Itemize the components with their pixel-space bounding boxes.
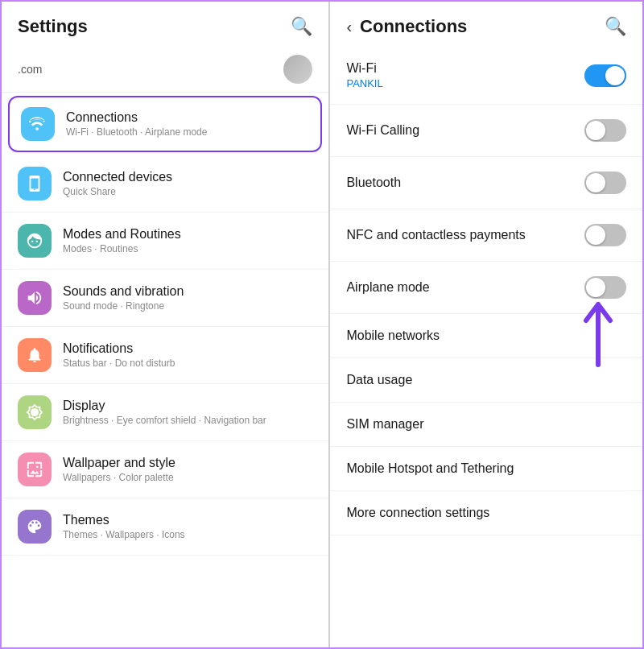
modes-routines-title: Modes and Routines <box>63 227 181 242</box>
connections-subtitle: Wi-Fi · Bluetooth · Airplane mode <box>66 126 207 138</box>
conn-title-wifi-calling: Wi-Fi Calling <box>346 123 419 138</box>
conn-item-data-usage[interactable]: Data usage <box>330 358 642 403</box>
settings-title: Settings <box>18 16 88 37</box>
modes-routines-subtitle: Modes · Routines <box>63 243 181 254</box>
toggle-knob-airplane <box>586 278 605 297</box>
display-subtitle: Brightness · Eye comfort shield · Naviga… <box>63 415 266 426</box>
themes-subtitle: Themes · Wallpapers · Icons <box>63 529 185 540</box>
sounds-title: Sounds and vibration <box>63 284 184 299</box>
conn-item-wifi-calling[interactable]: Wi-Fi Calling <box>330 105 642 157</box>
notifications-icon <box>18 338 52 372</box>
display-icon <box>18 395 52 429</box>
conn-item-wifi[interactable]: Wi-FiPANKIL <box>330 47 642 105</box>
search-icon[interactable]: 🔍 <box>291 16 312 37</box>
wallpaper-icon <box>18 453 52 486</box>
wallpaper-subtitle: Wallpapers · Color palette <box>63 472 175 483</box>
sounds-icon <box>18 281 52 315</box>
toggle-knob-wifi-calling <box>586 121 605 140</box>
notifications-subtitle: Status bar · Do not disturb <box>63 358 175 369</box>
themes-title: Themes <box>63 513 185 527</box>
toggle-wifi[interactable] <box>584 64 626 87</box>
conn-item-airplane[interactable]: Airplane mode <box>330 262 642 314</box>
left-panel: Settings 🔍 .com ConnectionsWi-Fi · Bluet… <box>2 2 329 647</box>
sidebar-item-themes[interactable]: ThemesThemes · Wallpapers · Icons <box>2 498 328 556</box>
conn-title-mobile-networks: Mobile networks <box>346 329 440 343</box>
conn-item-nfc[interactable]: NFC and contactless payments <box>330 209 642 262</box>
sidebar-item-connections[interactable]: ConnectionsWi-Fi · Bluetooth · Airplane … <box>8 96 322 152</box>
toggle-nfc[interactable] <box>584 224 626 246</box>
settings-list: ConnectionsWi-Fi · Bluetooth · Airplane … <box>2 93 328 647</box>
sidebar-item-connected-devices[interactable]: Connected devicesQuick Share <box>2 155 328 213</box>
themes-icon <box>18 510 52 544</box>
connections-icon <box>21 107 55 141</box>
sidebar-item-modes-routines[interactable]: Modes and RoutinesModes · Routines <box>2 213 328 270</box>
connections-list: Wi-FiPANKILWi-Fi CallingBluetoothNFC and… <box>330 47 642 647</box>
conn-title-bluetooth: Bluetooth <box>346 176 401 190</box>
connected-devices-subtitle: Quick Share <box>63 186 172 197</box>
right-panel: ‹ Connections 🔍 Wi-FiPANKILWi-Fi Calling… <box>330 2 642 647</box>
search-icon-right[interactable]: 🔍 <box>605 16 626 37</box>
toggle-wifi-calling[interactable] <box>584 119 626 142</box>
toggle-knob-nfc <box>586 225 605 245</box>
conn-item-bluetooth[interactable]: Bluetooth <box>330 157 642 209</box>
connected-devices-icon <box>18 167 52 200</box>
conn-item-more-connection[interactable]: More connection settings <box>330 491 642 535</box>
dot-com-text: .com <box>18 63 42 76</box>
sidebar-item-wallpaper[interactable]: Wallpaper and styleWallpapers · Color pa… <box>2 441 328 498</box>
sidebar-item-notifications[interactable]: NotificationsStatus bar · Do not disturb <box>2 327 328 384</box>
right-header-left: ‹ Connections <box>346 16 467 37</box>
conn-title-sim-manager: SIM manager <box>346 417 423 432</box>
conn-title-nfc: NFC and contactless payments <box>346 228 525 242</box>
sounds-subtitle: Sound mode · Ringtone <box>63 300 184 312</box>
connections-title: Connections <box>66 110 207 125</box>
right-header: ‹ Connections 🔍 <box>330 2 642 47</box>
sidebar-item-display[interactable]: DisplayBrightness · Eye comfort shield ·… <box>2 384 328 441</box>
conn-title-airplane: Airplane mode <box>346 280 429 295</box>
back-button[interactable]: ‹ <box>346 18 352 36</box>
notifications-title: Notifications <box>63 341 175 356</box>
conn-title-wifi: Wi-Fi <box>346 61 382 76</box>
conn-title-hotspot: Mobile Hotspot and Tethering <box>346 461 514 476</box>
toggle-airplane[interactable] <box>584 276 626 299</box>
conn-title-data-usage: Data usage <box>346 373 412 387</box>
conn-sub-wifi: PANKIL <box>346 77 382 89</box>
avatar <box>283 55 312 84</box>
dot-com-row: .com <box>2 47 328 93</box>
toggle-bluetooth[interactable] <box>584 172 626 194</box>
conn-item-hotspot[interactable]: Mobile Hotspot and Tethering <box>330 447 642 491</box>
toggle-knob-wifi <box>605 66 625 85</box>
toggle-knob-bluetooth <box>586 173 605 192</box>
sidebar-item-sounds[interactable]: Sounds and vibrationSound mode · Rington… <box>2 270 328 327</box>
display-title: Display <box>63 399 266 413</box>
left-header: Settings 🔍 <box>2 2 328 47</box>
conn-title-more-connection: More connection settings <box>346 506 489 520</box>
wallpaper-title: Wallpaper and style <box>63 456 175 470</box>
connected-devices-title: Connected devices <box>63 170 172 184</box>
connections-title: Connections <box>360 16 467 37</box>
modes-routines-icon <box>18 224 52 258</box>
conn-item-sim-manager[interactable]: SIM manager <box>330 403 642 447</box>
conn-item-mobile-networks[interactable]: Mobile networks <box>330 314 642 358</box>
